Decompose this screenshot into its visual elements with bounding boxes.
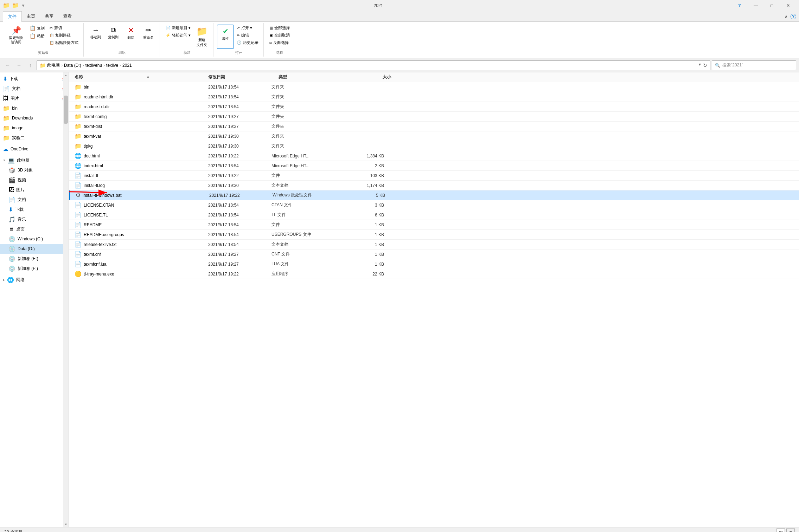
- header-name[interactable]: 名称: [75, 74, 208, 80]
- organize-label: 组织: [119, 49, 126, 55]
- sidebar-item-newe[interactable]: 💿 新加卷 (E:): [0, 254, 69, 264]
- edit-button[interactable]: ✏ 编辑: [235, 32, 251, 39]
- ribbon-tabs: 文件 主页 共享 查看 ∧ ?: [0, 11, 799, 22]
- file-row-texmf-config[interactable]: 📁 texmf-config 2021/9/17 19:27 文件夹: [69, 112, 799, 122]
- address-dropdown-icon[interactable]: ▼: [698, 63, 702, 68]
- sidebar-item-downloads[interactable]: 📁 Downloads: [0, 113, 69, 123]
- sidebar-item-shiyanr[interactable]: 📁 实验二: [0, 133, 69, 143]
- file-row-license-tl[interactable]: 📄 LICENSE.TL 2021/9/17 18:54 TL 文件 6 KB: [69, 210, 799, 220]
- file-row-texmf-dist[interactable]: 📁 texmf-dist 2021/9/17 19:27 文件夹: [69, 122, 799, 131]
- help-button[interactable]: ?: [731, 0, 748, 11]
- file-row-doc-html[interactable]: 🌐 doc.html 2021/9/17 19:22 Microsoft Edg…: [69, 151, 799, 161]
- 3d-label: 3D 对象: [18, 167, 33, 173]
- rename-button[interactable]: ✏ 重命名: [140, 25, 157, 49]
- new-folder-button[interactable]: 📁 新建文件夹: [193, 25, 210, 49]
- windowsc-icon: 💿: [8, 236, 15, 242]
- view-list-button[interactable]: ≡: [786, 528, 795, 532]
- file-row-index-html[interactable]: 🌐 index.html 2021/9/17 18:54 Microsoft E…: [69, 161, 799, 171]
- search-box[interactable]: 🔍 搜索"2021": [712, 60, 796, 70]
- sidebar-item-newf[interactable]: 💿 新加卷 (F:): [0, 264, 69, 273]
- sidebar-scroll-up[interactable]: ▲: [64, 72, 69, 78]
- sidebar-item-desktop[interactable]: 🖥 桌面: [0, 224, 69, 234]
- file-row-readme-txt[interactable]: 📁 readme-txt.dir 2021/9/17 18:54 文件夹: [69, 102, 799, 112]
- sidebar-item-onedrive[interactable]: ☁ OneDrive: [0, 144, 69, 154]
- close-button[interactable]: ✕: [780, 0, 796, 11]
- invert-selection-button[interactable]: ⧈ 反向选择: [267, 39, 291, 46]
- sidebar-item-docs[interactable]: 📄 文档: [0, 195, 69, 205]
- cut-button[interactable]: ✂ 剪切: [47, 25, 81, 31]
- sidebar-item-thispc[interactable]: ▼ 💻 此电脑: [0, 155, 69, 165]
- sidebar-item-windowsc[interactable]: 💿 Windows (C:): [0, 234, 69, 244]
- window-title: 2021: [25, 3, 731, 8]
- file-row-readme[interactable]: 📄 README 2021/9/17 18:54 文件 1 KB: [69, 220, 799, 230]
- sidebar-item-video[interactable]: 🎬 视频: [0, 175, 69, 185]
- address-box[interactable]: 📁 此电脑 › Data (D:) › texlivehu › texlive …: [37, 60, 710, 70]
- sidebar-item-music[interactable]: 🎵 音乐: [0, 214, 69, 224]
- sidebar-item-pics-quick[interactable]: 🖼 图片 📌: [0, 93, 69, 103]
- header-type[interactable]: 类型: [279, 74, 349, 80]
- view-details-button[interactable]: ▦: [776, 528, 785, 532]
- header-date[interactable]: 修改日期: [208, 74, 279, 80]
- delete-button[interactable]: ✕ 删除: [122, 25, 139, 49]
- file-list: 📁 bin 2021/9/17 18:54 文件夹 📁 readme-html.…: [69, 82, 799, 527]
- file-row-readme-usergroups[interactable]: 📄 README.usergroups 2021/9/17 18:54 USER…: [69, 230, 799, 240]
- file-row-readme-html[interactable]: 📁 readme-html.dir 2021/9/17 18:54 文件夹: [69, 92, 799, 102]
- easy-access-button[interactable]: ⚡ 轻松访问 ▾: [164, 32, 193, 39]
- select-none-button[interactable]: ▣ 全部取消: [267, 32, 292, 39]
- install-tl-log-icon: 📄: [75, 182, 82, 189]
- select-all-button[interactable]: ▦ 全部选择: [267, 25, 292, 31]
- new-item-button[interactable]: 📄 新建项目 ▾: [164, 25, 193, 31]
- file-row-release-texlive[interactable]: 📄 release-texlive.txt 2021/9/17 18:54 文本…: [69, 240, 799, 249]
- pin-to-quickaccess-button[interactable]: 📌 固定到快速访问: [6, 25, 27, 49]
- open-button[interactable]: ↗ 打开 ▾: [235, 25, 254, 31]
- ribbon-collapse-icon[interactable]: ∧: [785, 14, 788, 19]
- forward-button[interactable]: →: [14, 60, 24, 70]
- bat-file-icon: ⚙: [76, 192, 81, 199]
- sidebar-item-docs-quick[interactable]: 📄 文档 📌: [0, 84, 69, 93]
- ribbon-help-icon[interactable]: ?: [791, 14, 796, 19]
- properties-button[interactable]: ✔ 属性: [217, 25, 234, 49]
- copy-button[interactable]: 📋 复制: [27, 25, 47, 32]
- downloads-icon: 📁: [3, 115, 10, 122]
- file-row-tlpkg[interactable]: 📁 tlpkg 2021/9/17 19:30 文件夹: [69, 141, 799, 151]
- path-sep-1: ›: [61, 63, 63, 68]
- cut-icon: ✂: [50, 26, 53, 30]
- tl-tray-icon: 🟡: [75, 271, 82, 277]
- maximize-button[interactable]: □: [764, 0, 780, 11]
- tab-share[interactable]: 共享: [40, 11, 58, 21]
- file-row-tl-tray-menu[interactable]: 🟡 tl-tray-menu.exe 2021/9/17 19:22 应用程序 …: [69, 269, 799, 279]
- sidebar-item-network[interactable]: ▶ 🌐 网络: [0, 275, 69, 285]
- address-refresh-icon[interactable]: ↻: [703, 63, 707, 68]
- tab-view[interactable]: 查看: [58, 11, 77, 21]
- file-row-install-tl-log[interactable]: 📄 install-tl.log 2021/9/17 19:30 文本文档 1,…: [69, 181, 799, 190]
- sidebar-item-downloads2[interactable]: ⬇ 下载: [0, 205, 69, 214]
- sidebar-item-downloads-quick[interactable]: ⬇ 下载 📌: [0, 74, 69, 84]
- copy-to-button[interactable]: ⧉ 复制到: [105, 25, 122, 49]
- tab-file[interactable]: 文件: [3, 11, 22, 22]
- sidebar-item-image[interactable]: 📁 image: [0, 123, 69, 133]
- file-row-texmfcnf-lua[interactable]: 📄 texmfcnf.lua 2021/9/17 19:27 LUA 文件 1 …: [69, 259, 799, 269]
- file-row-bin[interactable]: 📁 bin 2021/9/17 18:54 文件夹: [69, 82, 799, 92]
- minimize-button[interactable]: —: [748, 0, 764, 11]
- file-row-texmf-cnf[interactable]: 📄 texmf.cnf 2021/9/17 19:27 CNF 文件 1 KB: [69, 249, 799, 259]
- tab-home[interactable]: 主页: [22, 11, 40, 21]
- sidebar-item-pics[interactable]: 🖼 图片: [0, 185, 69, 195]
- sidebar-item-datad[interactable]: 💿 Data (D:): [0, 244, 69, 254]
- sidebar-scroll-down[interactable]: ▼: [64, 521, 69, 527]
- file-row-install-tl[interactable]: 📄 install-tl 2021/9/17 19:22 文件 103 KB: [69, 171, 799, 181]
- file-row-texmf-var[interactable]: 📁 texmf-var 2021/9/17 19:30 文件夹: [69, 131, 799, 141]
- back-button[interactable]: ←: [3, 60, 13, 70]
- file-row-license-ctan[interactable]: 📄 LICENSE.CTAN 2021/9/17 18:54 CTAN 文件 3…: [69, 200, 799, 210]
- file-row-install-tl-windows-bat[interactable]: ⚙ install-tl-windows.bat 2021/9/17 19:22…: [69, 190, 799, 200]
- move-to-button[interactable]: → 移动到: [87, 25, 104, 49]
- sidebar-item-bin[interactable]: 📁 bin: [0, 103, 69, 113]
- history-button[interactable]: 🕐 历史记录: [235, 39, 261, 46]
- sidebar-item-3d[interactable]: 🎲 3D 对象: [0, 165, 69, 175]
- ribbon: 文件 主页 共享 查看 ∧ ? 📌 固定到快速访问: [0, 11, 799, 58]
- up-button[interactable]: ↑: [25, 60, 35, 70]
- thispc-label: 此电脑: [17, 157, 30, 163]
- copy-path-button[interactable]: 📋 复制路径: [47, 32, 81, 39]
- paste-button[interactable]: 📋 粘贴: [27, 32, 47, 39]
- paste-shortcut-button[interactable]: 📋 粘贴快捷方式: [47, 39, 81, 46]
- header-size[interactable]: 大小: [349, 74, 391, 80]
